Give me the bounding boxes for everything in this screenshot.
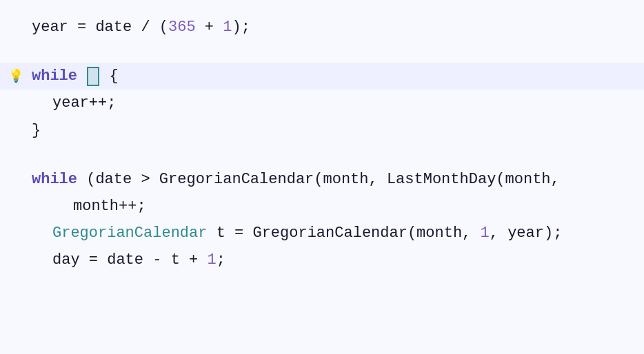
var-year: year xyxy=(32,15,68,39)
keyword-while-2: while xyxy=(32,167,77,191)
empty-line-1 xyxy=(0,41,644,63)
type-gregorian: GregorianCalendar xyxy=(52,221,207,245)
num-1-2: 1 xyxy=(481,221,490,245)
line-7-content: GregorianCalendar t = GregorianCalendar(… xyxy=(0,221,562,245)
code-line-7: GregorianCalendar t = GregorianCalendar(… xyxy=(0,220,644,247)
keyword-while: while xyxy=(32,64,77,88)
var-year-2: year xyxy=(507,221,544,245)
op-plus: + xyxy=(196,15,223,39)
line-8-content: day = date - t + 1; xyxy=(0,248,225,272)
op-t-assign: t = xyxy=(207,221,252,245)
op-space xyxy=(77,64,86,88)
op-gt: > xyxy=(132,167,159,191)
var-month: month xyxy=(323,167,368,191)
op-paren-open: ( xyxy=(77,167,95,191)
punc-comma-1: , xyxy=(369,167,387,191)
num-1-3: 1 xyxy=(207,248,216,272)
line-3-content: year++; xyxy=(0,91,116,115)
indent-spacer xyxy=(32,91,52,115)
num-365: 365 xyxy=(168,15,196,39)
var-date: date xyxy=(95,15,132,39)
punc-open-paren: ( xyxy=(314,167,323,191)
code-line-5: while (date > GregorianCalendar(month, L… xyxy=(0,166,644,193)
punc-open-3: ( xyxy=(407,221,416,245)
var-month-inc: month xyxy=(73,194,119,218)
op-day-assign: = xyxy=(80,248,108,272)
lightbulb-icon[interactable]: 💡 xyxy=(8,70,23,83)
punc-comma-4: , xyxy=(490,221,507,245)
op-plus-2: + xyxy=(180,248,208,272)
brace-close: } xyxy=(32,118,41,143)
code-line-3: year++; xyxy=(0,90,644,116)
punc-close: ); xyxy=(232,15,250,39)
code-line-2: 💡 while { xyxy=(0,63,644,90)
func-gregorian: GregorianCalendar xyxy=(159,167,314,191)
var-day: day xyxy=(52,248,80,272)
op-month-increment: ++; xyxy=(119,194,146,218)
var-date-3: date xyxy=(107,248,143,272)
text-cursor[interactable] xyxy=(87,67,99,86)
code-line-1: year = date / (365 + 1); xyxy=(0,14,644,41)
num-1: 1 xyxy=(223,15,232,39)
var-month-3: month xyxy=(416,221,462,245)
op-brace-open: { xyxy=(100,64,118,88)
op-assign: = xyxy=(68,15,96,39)
punc-comma-2: , xyxy=(551,167,560,191)
line-6-content: month++; xyxy=(0,194,146,218)
op-increment: ++; xyxy=(89,91,117,115)
var-year-inc: year xyxy=(52,91,89,115)
code-line-4: } xyxy=(0,117,644,144)
line-4-content: } xyxy=(0,118,41,143)
code-editor: year = date / (365 + 1); 💡 while { year+… xyxy=(0,0,644,354)
punc-semi: ; xyxy=(217,248,225,272)
punc-comma-3: , xyxy=(462,221,480,245)
op-minus: - xyxy=(143,248,171,272)
code-line-6: month++; xyxy=(0,193,644,220)
var-date-2: date xyxy=(95,167,132,191)
punc-open-paren-2: ( xyxy=(496,167,505,191)
line-5-content: while (date > GregorianCalendar(month, L… xyxy=(0,167,560,191)
func-lastmonthday: LastMonthDay xyxy=(387,167,496,191)
op-divide: / ( xyxy=(132,15,168,39)
punc-close-2: ); xyxy=(544,221,562,245)
func-gregorian-2: GregorianCalendar xyxy=(252,221,407,245)
empty-line-2 xyxy=(0,144,644,166)
line-1-content: year = date / (365 + 1); xyxy=(0,15,250,39)
code-line-8: day = date - t + 1; xyxy=(0,247,644,273)
var-t: t xyxy=(171,248,180,272)
var-month-2: month xyxy=(505,167,551,191)
